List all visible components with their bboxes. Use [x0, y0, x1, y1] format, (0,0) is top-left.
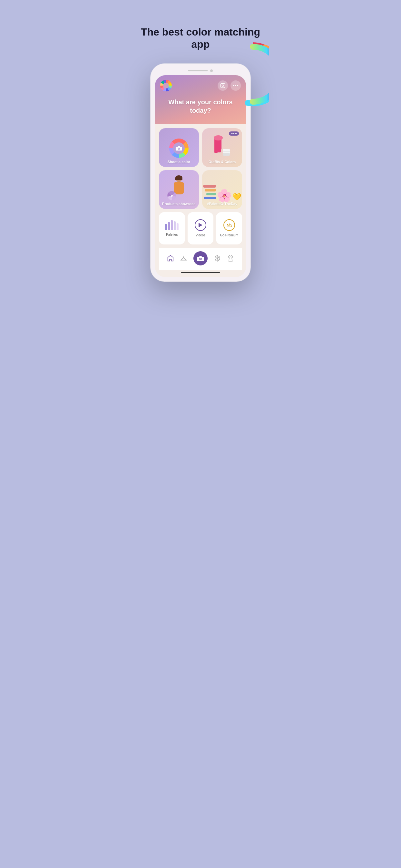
svg-rect-2 [220, 83, 225, 88]
svg-point-20 [229, 223, 229, 224]
palette-of-day-card[interactable]: 🌸 💛 #PaletteOfTheDay [202, 170, 242, 209]
svg-point-9 [178, 148, 180, 149]
palettes-card[interactable]: Palettes [159, 212, 185, 244]
videos-card[interactable]: Videos [188, 212, 214, 244]
palette-day-illustration: 🌸 💛 [203, 178, 241, 200]
phone-screen: What are your colors today? [155, 75, 246, 277]
svg-point-21 [227, 224, 227, 225]
go-premium-label: Go Premium [220, 234, 238, 237]
person-illustration [167, 176, 190, 200]
svg-point-3 [222, 85, 223, 86]
svg-rect-12 [218, 147, 221, 152]
palette-fans-icon [165, 220, 179, 230]
shoot-color-card[interactable]: Shoot a color [159, 128, 199, 167]
outfits-colors-card[interactable]: NEW [202, 128, 242, 167]
app-content: Shoot a color NEW [155, 124, 246, 277]
phone-notch [155, 68, 246, 73]
products-showcase-card[interactable]: Products showcase [159, 170, 199, 209]
svg-point-5 [233, 85, 234, 86]
svg-point-24 [200, 258, 202, 259]
outfits-colors-label: Outfits & Colors [209, 160, 236, 164]
bottom-cards-grid: Palettes Videos [159, 212, 242, 244]
go-premium-card[interactable]: Go Premium [216, 212, 242, 244]
home-indicator [181, 272, 220, 273]
camera-ring [169, 138, 189, 158]
app-top-bar [160, 80, 241, 91]
rainbow-arc-decoration [237, 42, 269, 114]
outfit-illustration [212, 135, 233, 158]
notch-dot [210, 69, 213, 72]
new-badge: NEW [229, 131, 239, 135]
nav-item-wardrobe[interactable] [180, 255, 187, 262]
nav-item-home[interactable] [167, 255, 174, 262]
nav-item-dress[interactable] [227, 255, 234, 262]
page-wrapper: The best color matching app [134, 0, 267, 294]
palettes-label: Palettes [166, 233, 178, 237]
crown-icon [223, 219, 235, 231]
palette-of-day-label: #PaletteOfTheDay [207, 202, 237, 206]
nav-item-palette[interactable] [214, 255, 221, 262]
svg-rect-11 [214, 147, 218, 153]
main-grid: Shoot a color NEW [159, 128, 242, 209]
svg-rect-19 [227, 227, 232, 228]
notch-pill [188, 70, 208, 71]
svg-point-4 [224, 84, 224, 84]
app-header: What are your colors today? [155, 75, 246, 124]
svg-point-1 [237, 47, 269, 102]
svg-rect-15 [223, 153, 230, 156]
svg-point-13 [214, 135, 223, 141]
shoot-color-label: Shoot a color [167, 160, 190, 164]
phone-frame: What are your colors today? [150, 64, 251, 282]
play-button-icon [195, 219, 206, 231]
bottom-navigation [159, 248, 242, 270]
nav-camera-button[interactable] [193, 251, 208, 266]
products-showcase-label: Products showcase [162, 202, 195, 206]
app-headline: What are your colors today? [160, 98, 241, 115]
videos-label: Videos [196, 234, 205, 237]
svg-point-17 [171, 195, 173, 197]
camera-icon [173, 143, 185, 154]
svg-point-22 [230, 224, 231, 225]
app-logo [160, 80, 172, 91]
svg-marker-18 [198, 223, 203, 227]
instagram-button[interactable] [218, 81, 228, 91]
svg-point-6 [235, 85, 236, 86]
app-logo-center [163, 83, 169, 89]
